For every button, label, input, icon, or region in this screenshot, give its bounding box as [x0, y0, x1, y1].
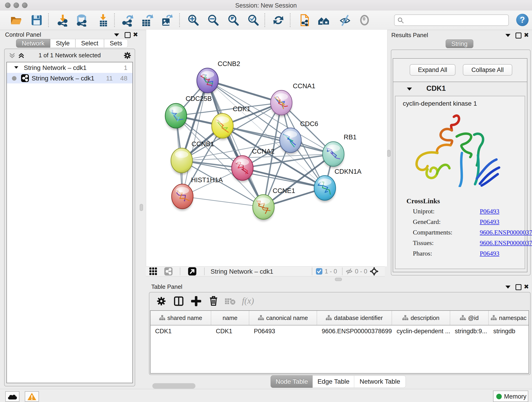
import-network-file-icon[interactable]: [56, 14, 69, 27]
network-list-header: 1 of 1 Network selected: [5, 49, 135, 62]
window-title: Session: New Session: [0, 2, 532, 9]
import-table-icon[interactable]: [97, 14, 109, 27]
column-header[interactable]: @id: [450, 311, 489, 325]
delete-column-icon[interactable]: [209, 296, 219, 306]
vertical-splitter-handle[interactable]: [387, 150, 390, 157]
crosslink-tissues[interactable]: 9606.ENSP00000378699: [480, 239, 532, 247]
control-panel-title: Control Panel: [5, 31, 41, 38]
string-network-icon: [21, 74, 29, 82]
column-header[interactable]: canonical name: [249, 311, 317, 325]
help-icon[interactable]: ?: [516, 14, 529, 26]
vertical-splitter-handle[interactable]: [140, 204, 143, 211]
export-table-icon[interactable]: [141, 14, 154, 27]
svg-text:CDC6: CDC6: [300, 120, 318, 128]
node-count: 11: [106, 75, 113, 82]
close-panel-icon[interactable]: ✖: [133, 32, 138, 38]
float-panel-icon[interactable]: [515, 284, 521, 290]
crosslink-compartments[interactable]: 9606.ENSP00000378699: [480, 229, 532, 236]
open-in-window-icon[interactable]: [188, 267, 196, 275]
export-image-icon[interactable]: [160, 14, 173, 27]
horizontal-scrollbar[interactable]: [152, 383, 196, 389]
tab-edge-table[interactable]: Edge Table: [312, 375, 355, 388]
selected-checkbox-icon[interactable]: [316, 268, 322, 274]
delete-table-icon: [225, 298, 235, 305]
hide-panel-eye-icon[interactable]: [339, 14, 351, 27]
tab-sets[interactable]: Sets: [104, 39, 128, 48]
horizontal-splitter-handle[interactable]: [335, 278, 342, 281]
zoom-in-icon[interactable]: [187, 14, 200, 27]
show-panel-eye-icon[interactable]: [358, 14, 371, 27]
column-header[interactable]: description: [392, 311, 450, 325]
string-document-icon[interactable]: [298, 14, 311, 27]
network-row-selected[interactable]: String Network – cdk1 11 48: [7, 73, 133, 83]
table-settings-gear-icon[interactable]: [156, 296, 166, 306]
column-header[interactable]: namespac: [489, 311, 529, 325]
expand-all-button[interactable]: Expand All: [410, 64, 456, 76]
warning-button[interactable]: [25, 391, 39, 402]
column-type-icon: [491, 315, 497, 321]
float-panel-icon[interactable]: [515, 32, 521, 38]
section-title: CDK1: [426, 84, 446, 93]
zoom-out-icon[interactable]: [207, 14, 220, 27]
close-panel-icon[interactable]: ✖: [524, 284, 529, 290]
network-view-toolbar: String Network – cdk1 1 - 0 0 - 0: [146, 266, 385, 276]
cell-name[interactable]: CDK1: [211, 325, 249, 337]
tab-network-table[interactable]: Network Table: [354, 375, 406, 388]
import-network-database-icon[interactable]: [75, 14, 88, 27]
refresh-icon[interactable]: [272, 14, 285, 27]
table-panel-title: Table Panel: [151, 283, 182, 290]
column-header[interactable]: name: [211, 311, 249, 325]
close-panel-icon[interactable]: ✖: [524, 32, 529, 38]
crosslink-label: Tissues:: [413, 239, 434, 247]
tab-style[interactable]: Style: [50, 39, 75, 48]
cell-description[interactable]: cyclin-dependent ...: [392, 325, 450, 337]
tab-string[interactable]: String: [446, 39, 473, 48]
grid-view-icon[interactable]: [149, 267, 157, 275]
network-canvas[interactable]: CCNB2CCNA1CDC25BCDK1CDC6RB1CCNB1CCNA2CDK…: [146, 30, 387, 266]
open-session-icon[interactable]: [10, 14, 22, 27]
crosslink-genecard[interactable]: P06493: [480, 218, 500, 225]
section-collapse-icon[interactable]: [407, 88, 412, 90]
home-icon[interactable]: [317, 14, 330, 27]
gear-icon[interactable]: [123, 51, 132, 60]
crosslink-pharos[interactable]: P06493: [480, 250, 500, 257]
show-columns-icon[interactable]: [174, 296, 184, 306]
collapse-panel-icon[interactable]: [114, 33, 119, 36]
cell-shared-name[interactable]: CDK1: [151, 325, 211, 337]
cloud-icon: [7, 393, 17, 400]
add-column-icon[interactable]: [191, 296, 201, 306]
birdseye-navigator-icon[interactable]: [370, 267, 379, 276]
network-collection-row[interactable]: String Network – cdk1 1: [7, 62, 133, 73]
table-row[interactable]: CDK1 CDK1 P06493 9606.ENSP00000378699 cy…: [151, 325, 529, 337]
zoom-fit-icon[interactable]: [227, 14, 240, 27]
cell-database-identifier[interactable]: 9606.ENSP00000378699: [317, 325, 392, 337]
cell-id[interactable]: stringdb:9...: [450, 325, 489, 337]
export-network-icon[interactable]: [121, 14, 134, 27]
memory-button[interactable]: Memory: [493, 390, 528, 402]
tab-node-table[interactable]: Node Table: [271, 375, 313, 388]
network-graph[interactable]: CCNB2CCNA1CDC25BCDK1CDC6RB1CCNB1CCNA2CDK…: [146, 30, 387, 266]
float-panel-icon[interactable]: [125, 32, 131, 38]
zoom-selected-icon[interactable]: [247, 14, 260, 27]
collapse-all-button[interactable]: Collapse All: [463, 64, 512, 76]
memory-label: Memory: [504, 393, 526, 400]
save-session-icon[interactable]: [30, 14, 43, 27]
crosslink-uniprot[interactable]: P06493: [480, 208, 500, 215]
tree-expand-icon[interactable]: [14, 66, 18, 69]
hidden-eye-icon: [346, 268, 353, 274]
search-input[interactable]: [394, 14, 509, 26]
collapse-panel-icon[interactable]: [505, 286, 510, 288]
collapse-panel-icon[interactable]: [505, 34, 510, 37]
svg-text:CDC25B: CDC25B: [186, 95, 212, 102]
svg-text:CCNB1: CCNB1: [191, 140, 214, 148]
tab-select[interactable]: Select: [75, 39, 104, 48]
column-header[interactable]: shared name: [151, 311, 211, 325]
share-view-icon[interactable]: [164, 267, 172, 275]
cell-canonical-name[interactable]: P06493: [249, 325, 317, 337]
column-header[interactable]: database identifier: [317, 311, 392, 325]
search-icon: [397, 17, 404, 24]
tab-network[interactable]: Network: [16, 39, 50, 48]
toolbar-separator: [312, 268, 312, 275]
cloud-button[interactable]: [5, 391, 19, 402]
cell-namespace[interactable]: stringdb: [489, 325, 529, 337]
